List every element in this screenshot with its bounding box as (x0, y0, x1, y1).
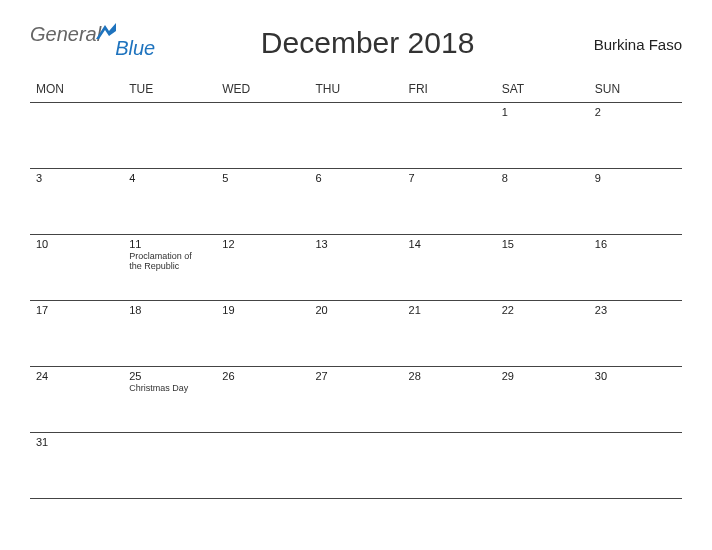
day-number: 11 (129, 238, 210, 250)
calendar-day-cell: 5 (216, 169, 309, 235)
day-number: 31 (36, 436, 117, 448)
day-number: 27 (315, 370, 396, 382)
day-header: TUE (123, 78, 216, 103)
day-header-row: MON TUE WED THU FRI SAT SUN (30, 78, 682, 103)
calendar-day-cell (123, 103, 216, 169)
calendar-day-cell (496, 433, 589, 499)
calendar-day-cell: 2 (589, 103, 682, 169)
logo-arrow-icon (95, 22, 117, 40)
calendar-week-row: 2425Christmas Day2627282930 (30, 367, 682, 433)
day-number: 3 (36, 172, 117, 184)
day-number: 2 (595, 106, 676, 118)
day-number: 25 (129, 370, 210, 382)
day-number: 6 (315, 172, 396, 184)
day-number: 26 (222, 370, 303, 382)
calendar-day-cell: 21 (403, 301, 496, 367)
day-header: WED (216, 78, 309, 103)
calendar-day-cell: 13 (309, 235, 402, 301)
page-title: December 2018 (163, 26, 572, 60)
svg-marker-0 (96, 23, 116, 39)
day-number: 29 (502, 370, 583, 382)
calendar-day-cell: 20 (309, 301, 402, 367)
day-header: MON (30, 78, 123, 103)
calendar-day-cell: 10 (30, 235, 123, 301)
calendar-day-cell: 9 (589, 169, 682, 235)
event-label: Christmas Day (129, 383, 202, 393)
day-number: 17 (36, 304, 117, 316)
calendar-day-cell: 24 (30, 367, 123, 433)
day-header: FRI (403, 78, 496, 103)
calendar-day-cell: 4 (123, 169, 216, 235)
day-number: 8 (502, 172, 583, 184)
calendar-week-row: 12 (30, 103, 682, 169)
day-header: SUN (589, 78, 682, 103)
calendar-week-row: 3456789 (30, 169, 682, 235)
calendar-week-row: 1011Proclamation of the Republic12131415… (30, 235, 682, 301)
day-header: THU (309, 78, 402, 103)
calendar-day-cell: 25Christmas Day (123, 367, 216, 433)
calendar-day-cell: 16 (589, 235, 682, 301)
calendar-day-cell: 11Proclamation of the Republic (123, 235, 216, 301)
day-number: 12 (222, 238, 303, 250)
calendar-day-cell (589, 433, 682, 499)
calendar-day-cell (30, 103, 123, 169)
calendar-day-cell (403, 103, 496, 169)
calendar-week-row: 17181920212223 (30, 301, 682, 367)
calendar-day-cell: 29 (496, 367, 589, 433)
day-number: 9 (595, 172, 676, 184)
calendar-day-cell: 23 (589, 301, 682, 367)
calendar-day-cell (216, 433, 309, 499)
day-number: 24 (36, 370, 117, 382)
calendar-day-cell: 19 (216, 301, 309, 367)
day-number: 23 (595, 304, 676, 316)
calendar-day-cell: 6 (309, 169, 402, 235)
calendar-day-cell: 15 (496, 235, 589, 301)
calendar-day-cell (123, 433, 216, 499)
calendar-day-cell (309, 433, 402, 499)
calendar-day-cell: 8 (496, 169, 589, 235)
day-header: SAT (496, 78, 589, 103)
day-number: 20 (315, 304, 396, 316)
day-number: 13 (315, 238, 396, 250)
day-number: 28 (409, 370, 490, 382)
logo-word-2: Blue (115, 38, 155, 58)
calendar-day-cell: 7 (403, 169, 496, 235)
calendar-day-cell (216, 103, 309, 169)
logo: General Blue (30, 24, 163, 44)
country-label: Burkina Faso (572, 36, 682, 53)
calendar-day-cell: 31 (30, 433, 123, 499)
calendar-day-cell: 22 (496, 301, 589, 367)
calendar-day-cell (309, 103, 402, 169)
calendar-day-cell: 17 (30, 301, 123, 367)
day-number: 18 (129, 304, 210, 316)
day-number: 10 (36, 238, 117, 250)
logo-word-1: General (30, 24, 101, 44)
calendar-day-cell: 27 (309, 367, 402, 433)
day-number: 30 (595, 370, 676, 382)
calendar-day-cell: 28 (403, 367, 496, 433)
calendar-day-cell: 30 (589, 367, 682, 433)
day-number: 22 (502, 304, 583, 316)
day-number: 5 (222, 172, 303, 184)
day-number: 16 (595, 238, 676, 250)
calendar-day-cell: 18 (123, 301, 216, 367)
calendar-day-cell: 12 (216, 235, 309, 301)
day-number: 19 (222, 304, 303, 316)
calendar-day-cell (403, 433, 496, 499)
calendar-day-cell: 26 (216, 367, 309, 433)
calendar-day-cell: 14 (403, 235, 496, 301)
calendar-table: MON TUE WED THU FRI SAT SUN 123456789101… (30, 78, 682, 499)
event-label: Proclamation of the Republic (129, 251, 202, 272)
day-number: 1 (502, 106, 583, 118)
day-number: 21 (409, 304, 490, 316)
calendar-week-row: 31 (30, 433, 682, 499)
calendar-day-cell: 3 (30, 169, 123, 235)
day-number: 15 (502, 238, 583, 250)
header: General Blue December 2018 Burkina Faso (30, 24, 682, 60)
day-number: 4 (129, 172, 210, 184)
calendar-day-cell: 1 (496, 103, 589, 169)
day-number: 7 (409, 172, 490, 184)
day-number: 14 (409, 238, 490, 250)
